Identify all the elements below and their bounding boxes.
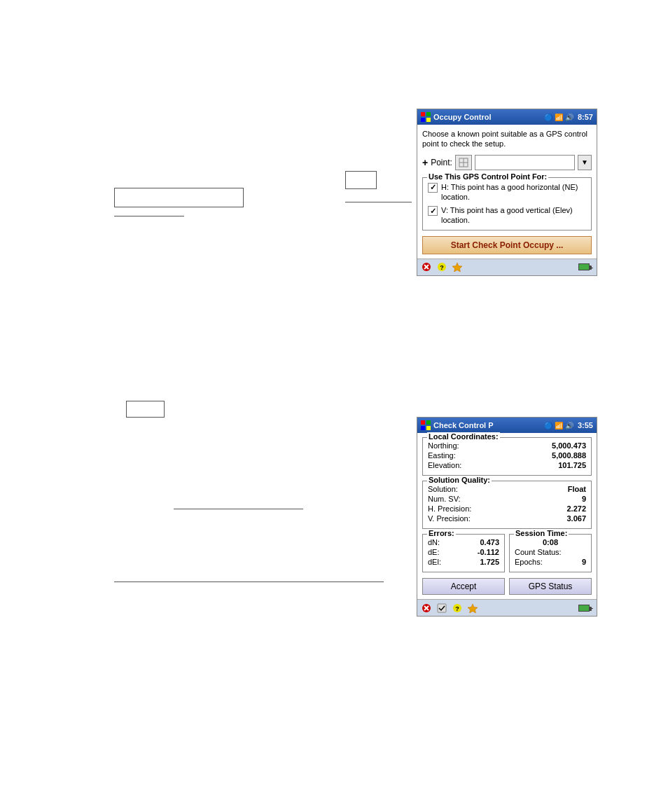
check-status-icons: 🔵 📶 🔊 [544, 422, 573, 429]
elevation-value: 101.725 [558, 461, 586, 469]
de-value: -0.112 [478, 548, 499, 556]
num-sv-value: 9 [582, 495, 586, 503]
svg-rect-14 [426, 420, 431, 425]
point-icon-button[interactable] [455, 155, 472, 170]
elevation-label: Elevation: [428, 461, 461, 469]
svg-rect-15 [421, 426, 425, 430]
epochs-row: Epochs: 9 [515, 558, 586, 566]
northing-row: Northing: 5,000.473 [428, 441, 586, 450]
annotation-box-2 [345, 171, 377, 189]
occupy-close-icon[interactable] [421, 261, 432, 273]
easting-value: 5,000.888 [552, 451, 586, 460]
point-dropdown[interactable]: ▼ [578, 155, 592, 170]
h-checkbox-label: H: This point has a good horizontal (NE)… [441, 182, 586, 202]
volume-icon: 🔊 [565, 113, 573, 121]
check-help-icon[interactable]: ? [452, 603, 463, 614]
epochs-label: Epochs: [515, 558, 543, 566]
solution-quality-group: Solution Quality: Solution: Float Num. S… [422, 481, 592, 529]
start-check-point-occupy-button[interactable]: Start Check Point Occupy ... [422, 236, 592, 254]
check-footer: ? - [417, 599, 597, 616]
session-group: Session Time: 0:08 Count Status: Epochs:… [509, 534, 592, 572]
v-checkbox-row: V: This point has a good vertical (Elev)… [428, 205, 586, 226]
occupy-titlebar: Occupy Control 🔵 📶 🔊 8:57 [417, 109, 597, 125]
svg-marker-23 [468, 604, 478, 613]
v-checkbox-label: V: This point has a good vertical (Elev)… [441, 205, 586, 226]
occupy-title: Occupy Control [433, 113, 541, 121]
count-status-row: Count Status: [515, 548, 586, 556]
occupy-status-icons: 🔵 📶 🔊 [544, 113, 573, 121]
annotation-underline-3 [114, 582, 384, 582]
v-precision-row: V. Precision: 3.067 [428, 514, 586, 523]
del-label: dEl: [428, 558, 441, 566]
northing-label: Northing: [428, 441, 459, 450]
accept-button[interactable]: Accept [422, 578, 505, 595]
epochs-value: 9 [582, 558, 586, 566]
errors-title: Errors: [427, 529, 456, 537]
gps-control-point-group: Use This GPS Control Point For: H: This … [422, 177, 592, 230]
check-battery-icon [578, 605, 590, 612]
occupy-star-icon[interactable] [452, 261, 463, 273]
num-sv-row: Num. SV: 9 [428, 495, 586, 503]
annotation-underline-1 [114, 216, 184, 216]
session-title: Session Time: [514, 529, 569, 537]
check-close-icon[interactable] [421, 603, 432, 614]
occupy-body: Choose a known point suitable as a GPS c… [417, 125, 597, 259]
point-plus: + [422, 157, 428, 168]
point-input[interactable] [475, 155, 575, 170]
v-precision-label: V. Precision: [428, 514, 471, 523]
svg-text:?: ? [455, 605, 459, 612]
check-title: Check Control P [433, 421, 541, 429]
svg-rect-2 [421, 118, 425, 122]
h-checkbox[interactable] [428, 183, 438, 193]
signal-icon: 🔵 [544, 113, 552, 121]
dn-label: dN: [428, 538, 440, 546]
check-star-icon[interactable] [467, 603, 478, 614]
de-row: dE: -0.112 [428, 548, 499, 556]
gps-control-point-title: Use This GPS Control Point For: [427, 172, 548, 181]
count-status-label: Count Status: [515, 548, 562, 556]
action-buttons: Accept GPS Status [422, 578, 592, 595]
annotation-underline-2 [174, 509, 303, 509]
occupy-time: 8:57 [578, 113, 593, 121]
svg-rect-1 [426, 112, 431, 116]
solution-type-row: Solution: Float [428, 485, 586, 493]
h-checkbox-row: H: This point has a good horizontal (NE)… [428, 182, 586, 202]
annotation-box-1 [114, 188, 244, 207]
point-row: + Point: ▼ [422, 155, 592, 170]
occupy-footer: ? - [417, 259, 597, 275]
battery-icon [578, 263, 590, 270]
check-network-icon: 📶 [555, 422, 563, 429]
easting-row: Easting: 5,000.888 [428, 451, 586, 460]
session-time-row: 0:08 [515, 538, 586, 546]
local-coordinates-group: Local Coordinates: Northing: 5,000.473 E… [422, 437, 592, 476]
svg-text:?: ? [440, 264, 444, 271]
v-precision-value: 3.067 [566, 514, 586, 523]
easting-label: Easting: [428, 451, 456, 460]
windows-mobile-logo [421, 112, 431, 122]
check-control-window: Check Control P 🔵 📶 🔊 3:55 Local Coordin… [417, 417, 597, 617]
solution-type-label: Solution: [428, 485, 458, 493]
solution-quality-title: Solution Quality: [427, 476, 492, 484]
gps-status-button[interactable]: GPS Status [509, 578, 592, 595]
check-titlebar: Check Control P 🔵 📶 🔊 3:55 [417, 418, 597, 433]
check-checkmark-icon[interactable] [436, 603, 447, 614]
de-label: dE: [428, 548, 440, 556]
dn-row: dN: 0.473 [428, 538, 499, 546]
svg-marker-12 [452, 263, 462, 272]
h-precision-value: 2.272 [566, 504, 586, 513]
check-battery: - [578, 604, 593, 612]
num-sv-label: Num. SV: [428, 495, 461, 503]
check-signal-icon: 🔵 [544, 422, 552, 429]
point-label: Point: [431, 158, 452, 167]
svg-rect-0 [421, 112, 425, 116]
v-checkbox[interactable] [428, 206, 438, 216]
check-volume-icon: 🔊 [565, 422, 573, 429]
network-icon: 📶 [555, 113, 563, 121]
windows-mobile-logo-2 [421, 420, 431, 430]
check-time: 3:55 [578, 421, 593, 429]
occupy-battery: - [578, 263, 593, 271]
h-precision-label: H. Precision: [428, 504, 471, 513]
del-value: 1.725 [480, 558, 499, 566]
occupy-help-icon[interactable]: ? [436, 261, 447, 273]
dn-value: 0.473 [480, 538, 499, 546]
